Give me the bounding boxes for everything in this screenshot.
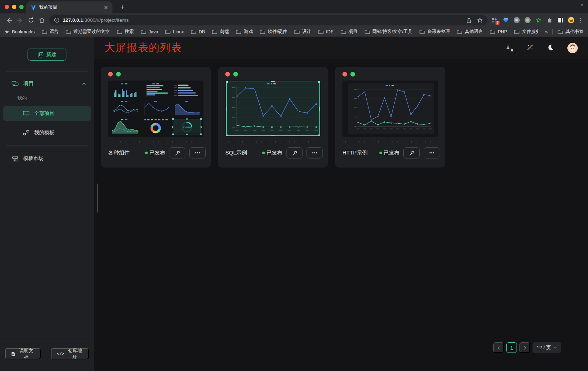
bookmark-folder-item[interactable]: 资讯未整理 bbox=[419, 29, 450, 35]
dark-mode-moon-icon[interactable] bbox=[547, 44, 554, 52]
new-project-button[interactable]: 新建 bbox=[28, 49, 66, 61]
bookmark-folder-item[interactable]: IDE bbox=[318, 29, 334, 35]
side-panel-icon[interactable] bbox=[558, 18, 563, 22]
bookmark-folder-item[interactable]: 运营 bbox=[42, 29, 59, 35]
apps-extension-icon[interactable]: 9 bbox=[491, 17, 498, 24]
folder-icon bbox=[191, 30, 196, 34]
chevron-up-icon[interactable] bbox=[82, 82, 86, 85]
back-icon[interactable] bbox=[4, 15, 15, 26]
tab-search-chevron-icon[interactable] bbox=[580, 2, 584, 9]
close-window-button[interactable] bbox=[5, 5, 9, 9]
home-icon[interactable] bbox=[36, 15, 47, 26]
bookmarks-manager-item[interactable]: Bookmarks bbox=[4, 29, 35, 34]
bookmarks-overflow-chevron[interactable]: » bbox=[545, 29, 548, 35]
bookmark-folder-item[interactable]: 游戏 bbox=[236, 29, 253, 35]
edit-project-button[interactable] bbox=[286, 147, 303, 158]
bookmark-folder-item[interactable]: 搜索 bbox=[117, 29, 134, 35]
other-bookmarks-item[interactable]: 其他书签 bbox=[558, 29, 584, 35]
share-icon[interactable] bbox=[466, 17, 472, 23]
bookmark-folder-item[interactable]: DB bbox=[191, 29, 205, 35]
card-footer: SQL示例 已发布 bbox=[225, 147, 323, 158]
project-card[interactable]: 25.00% 各种组件 已发布 bbox=[101, 67, 211, 168]
card-footer: HTTP示例 已发布 bbox=[342, 147, 440, 158]
site-info-icon[interactable] bbox=[54, 17, 59, 23]
sidebar-divider bbox=[6, 145, 88, 146]
more-options-button[interactable] bbox=[189, 147, 206, 158]
translate-icon[interactable]: 文A bbox=[506, 45, 513, 51]
sidebar-item-label: 模板市场 bbox=[23, 155, 44, 162]
zoom-window-button[interactable] bbox=[19, 5, 24, 9]
more-icon bbox=[429, 152, 434, 153]
bookmark-star-icon[interactable] bbox=[477, 17, 483, 23]
project-card[interactable]: HTTP示例 已发布 bbox=[335, 67, 445, 168]
extensions-puzzle-icon[interactable] bbox=[547, 17, 553, 24]
document-icon bbox=[11, 351, 15, 356]
sidebar-group-label: 项目 bbox=[23, 80, 34, 87]
recorder-extension-icon[interactable] bbox=[525, 17, 531, 23]
user-avatar[interactable] bbox=[567, 43, 578, 53]
forward-icon[interactable] bbox=[15, 15, 25, 26]
command-extension-icon[interactable]: ⌘ bbox=[514, 17, 520, 23]
browser-tab[interactable]: 我的项目 ✕ bbox=[26, 1, 112, 13]
minimize-window-button[interactable] bbox=[12, 5, 16, 9]
card-preview-dashboard: 25.00% bbox=[108, 81, 203, 137]
bookmark-folder-item[interactable]: 其他语言 bbox=[457, 29, 483, 35]
emoji-extension-icon[interactable] bbox=[568, 17, 574, 23]
edit-project-button[interactable] bbox=[403, 147, 420, 158]
bookmark-folder-item[interactable]: 设计 bbox=[294, 29, 311, 35]
edit-project-button[interactable] bbox=[169, 147, 185, 158]
scrollbar-thumb[interactable] bbox=[97, 184, 98, 213]
browser-toolbar: 127.0.0.1:3000/#/project/items 9 bbox=[0, 13, 588, 27]
star-extension-icon[interactable] bbox=[535, 17, 542, 24]
folder-icon bbox=[490, 30, 495, 34]
dotted-separator bbox=[342, 141, 438, 143]
bookmark-folder-item[interactable]: Linux bbox=[165, 29, 184, 35]
gem-extension-icon[interactable] bbox=[502, 17, 509, 24]
bookmark-folder-item[interactable]: 文件服务器 bbox=[514, 29, 538, 35]
sidebar-group-projects[interactable]: 项目 bbox=[0, 77, 94, 91]
preview-dual-line-chart bbox=[110, 100, 140, 117]
bookmark-folder-item[interactable]: 近期需要读的文章 bbox=[66, 29, 110, 35]
sidebar: 新建 项目 我的 全部项目 bbox=[0, 37, 94, 371]
screens-icon bbox=[12, 81, 18, 87]
magic-wand-icon[interactable] bbox=[527, 44, 534, 52]
address-bar[interactable]: 127.0.0.1:3000/#/project/items bbox=[49, 15, 488, 25]
selection-handle bbox=[318, 135, 320, 136]
bookmark-folders: 运营近期需要读的文章搜索JavaLinuxDB前端游戏软件/硬件设计IDE项目网… bbox=[42, 29, 538, 35]
docs-button[interactable]: 说明文档 bbox=[5, 348, 41, 359]
next-page-button[interactable] bbox=[519, 342, 530, 353]
folder-icon bbox=[212, 30, 217, 34]
chevron-left-icon bbox=[497, 346, 501, 350]
repo-button[interactable]: </> 仓库地址 bbox=[51, 348, 89, 359]
pagination: 1 12 / 页 bbox=[493, 342, 561, 353]
folder-icon bbox=[318, 30, 324, 34]
new-tab-button[interactable]: + bbox=[118, 3, 126, 11]
sidebar-item-template-market[interactable]: 模板市场 bbox=[3, 151, 91, 166]
tab-close-icon[interactable]: ✕ bbox=[104, 5, 108, 10]
more-options-button[interactable] bbox=[307, 147, 323, 158]
bookmarks-label: Bookmarks bbox=[12, 29, 35, 34]
bookmark-folder-item[interactable]: 项目 bbox=[341, 29, 358, 35]
bookmark-folder-label: 其他语言 bbox=[465, 29, 483, 35]
reload-icon[interactable] bbox=[25, 15, 36, 26]
bookmark-folder-item[interactable]: 网站/博客/文章/工具 bbox=[365, 29, 412, 35]
sidebar-item-all-projects[interactable]: 全部项目 bbox=[3, 106, 91, 121]
bookmark-folder-item[interactable]: Java bbox=[141, 29, 158, 35]
bookmark-folder-item[interactable]: 前端 bbox=[212, 29, 229, 35]
bookmark-folder-item[interactable]: 软件/硬件 bbox=[260, 29, 287, 35]
browser-menu-icon[interactable]: ⋮ bbox=[577, 17, 584, 24]
hammer-icon bbox=[292, 150, 297, 156]
folder-icon bbox=[294, 30, 300, 34]
selected-chart-box bbox=[226, 82, 320, 136]
bookmark-folder-item[interactable]: PHP bbox=[490, 29, 507, 35]
page-size-select[interactable]: 12 / 页 bbox=[533, 342, 561, 353]
sidebar-item-label: 全部项目 bbox=[34, 110, 54, 117]
folder-icon bbox=[117, 30, 122, 34]
window-controls bbox=[5, 5, 24, 9]
current-page-button[interactable]: 1 bbox=[506, 342, 517, 353]
project-card[interactable]: SQL示例 已发布 bbox=[218, 67, 328, 168]
card-window-dots bbox=[225, 72, 323, 77]
sidebar-item-my-templates[interactable]: 我的模板 bbox=[3, 125, 91, 140]
more-options-button[interactable] bbox=[424, 147, 440, 158]
prev-page-button[interactable] bbox=[493, 342, 504, 353]
